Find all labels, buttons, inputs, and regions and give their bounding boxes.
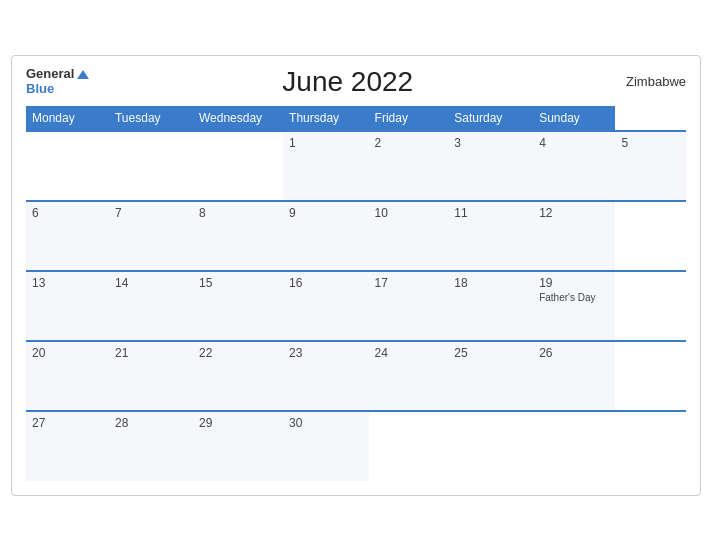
day-number: 14: [115, 276, 187, 290]
day-number: 17: [375, 276, 443, 290]
day-cell: 27: [26, 411, 109, 481]
calendar-country: Zimbabwe: [606, 74, 686, 89]
calendar: General Blue June 2022 Zimbabwe Monday T…: [11, 55, 701, 496]
day-number: 28: [115, 416, 187, 430]
day-number: 26: [539, 346, 609, 360]
day-cell: [109, 131, 193, 201]
day-number: 29: [199, 416, 277, 430]
col-thursday: Thursday: [283, 106, 369, 131]
day-number: 18: [454, 276, 527, 290]
day-cell: 24: [369, 341, 449, 411]
week-row-3: 13141516171819Father's Day: [26, 271, 686, 341]
day-cell: 3: [448, 131, 533, 201]
day-cell: 15: [193, 271, 283, 341]
day-number: 24: [375, 346, 443, 360]
week-row-1: 12345: [26, 131, 686, 201]
day-number: 2: [375, 136, 443, 150]
logo: General Blue: [26, 67, 89, 96]
day-number: 11: [454, 206, 527, 220]
day-cell: [26, 131, 109, 201]
col-friday: Friday: [369, 106, 449, 131]
day-cell: 10: [369, 201, 449, 271]
day-cell: 2: [369, 131, 449, 201]
day-number: 27: [32, 416, 103, 430]
day-number: 9: [289, 206, 363, 220]
day-cell: [533, 411, 615, 481]
day-cell: [193, 131, 283, 201]
weekday-header-row: Monday Tuesday Wednesday Thursday Friday…: [26, 106, 686, 131]
logo-general-text: General: [26, 67, 89, 81]
day-cell: 9: [283, 201, 369, 271]
calendar-grid: Monday Tuesday Wednesday Thursday Friday…: [26, 106, 686, 481]
day-cell: 22: [193, 341, 283, 411]
day-number: 20: [32, 346, 103, 360]
day-cell: 1: [283, 131, 369, 201]
day-cell: 25: [448, 341, 533, 411]
day-cell: 8: [193, 201, 283, 271]
day-cell: 4: [533, 131, 615, 201]
day-number: 12: [539, 206, 609, 220]
day-number: 25: [454, 346, 527, 360]
col-wednesday: Wednesday: [193, 106, 283, 131]
day-cell: 29: [193, 411, 283, 481]
day-cell: 7: [109, 201, 193, 271]
day-cell: 26: [533, 341, 615, 411]
day-number: 22: [199, 346, 277, 360]
day-cell: 13: [26, 271, 109, 341]
day-number: 13: [32, 276, 103, 290]
day-cell: 18: [448, 271, 533, 341]
day-cell: 17: [369, 271, 449, 341]
day-cell: 19Father's Day: [533, 271, 615, 341]
day-cell: 14: [109, 271, 193, 341]
day-number: 30: [289, 416, 363, 430]
col-sunday: Sunday: [533, 106, 615, 131]
week-row-2: 6789101112: [26, 201, 686, 271]
week-row-5: 27282930: [26, 411, 686, 481]
day-number: 3: [454, 136, 527, 150]
day-number: 16: [289, 276, 363, 290]
day-cell: 30: [283, 411, 369, 481]
day-number: 19: [539, 276, 609, 290]
day-number: 23: [289, 346, 363, 360]
day-cell: 20: [26, 341, 109, 411]
day-number: 5: [621, 136, 680, 150]
day-cell: 28: [109, 411, 193, 481]
day-number: 4: [539, 136, 609, 150]
col-tuesday: Tuesday: [109, 106, 193, 131]
col-monday: Monday: [26, 106, 109, 131]
day-cell: 21: [109, 341, 193, 411]
day-cell: 23: [283, 341, 369, 411]
day-number: 7: [115, 206, 187, 220]
day-event-label: Father's Day: [539, 292, 609, 303]
logo-blue-text: Blue: [26, 82, 89, 96]
calendar-header: General Blue June 2022 Zimbabwe: [26, 66, 686, 98]
day-number: 6: [32, 206, 103, 220]
day-cell: [369, 411, 449, 481]
day-number: 15: [199, 276, 277, 290]
day-number: 1: [289, 136, 363, 150]
day-number: 8: [199, 206, 277, 220]
day-cell: 6: [26, 201, 109, 271]
day-number: 21: [115, 346, 187, 360]
day-number: 10: [375, 206, 443, 220]
day-cell: 16: [283, 271, 369, 341]
day-cell: 12: [533, 201, 615, 271]
day-cell: 5: [615, 131, 686, 201]
col-saturday: Saturday: [448, 106, 533, 131]
day-cell: 11: [448, 201, 533, 271]
week-row-4: 20212223242526: [26, 341, 686, 411]
day-cell: [448, 411, 533, 481]
calendar-title: June 2022: [89, 66, 606, 98]
logo-triangle-icon: [77, 70, 89, 79]
